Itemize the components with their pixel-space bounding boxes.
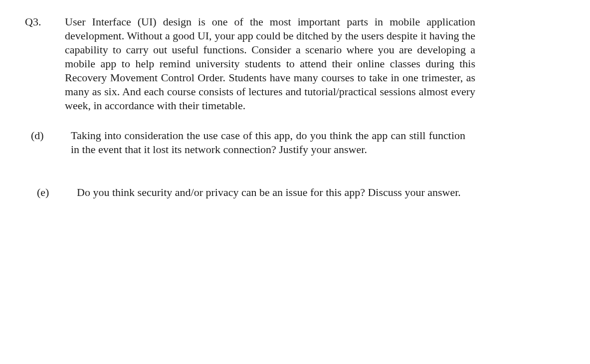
part-d-text: Taking into consideration the use case o… <box>71 129 570 157</box>
question-block: Q3. User Interface (UI) design is one of… <box>20 15 570 113</box>
part-e-block: (e) Do you think security and/or privacy… <box>20 185 570 199</box>
part-e-label: (e) <box>20 185 77 199</box>
exam-page: Q3. User Interface (UI) design is one of… <box>0 0 590 364</box>
part-d-block: (d) Taking into consideration the use ca… <box>20 129 570 157</box>
spacer <box>20 166 570 185</box>
spacer <box>20 122 570 129</box>
question-number: Q3. <box>20 15 65 29</box>
question-intro-text: User Interface (UI) design is one of the… <box>65 15 570 113</box>
part-e-text: Do you think security and/or privacy can… <box>77 185 570 199</box>
part-d-label: (d) <box>20 129 71 143</box>
